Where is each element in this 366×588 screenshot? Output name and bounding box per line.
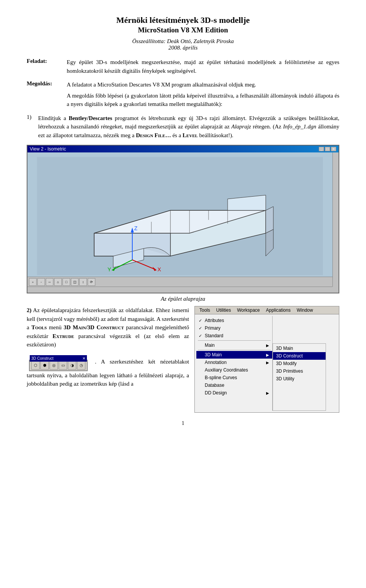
menu-applications[interactable]: Applications (263, 307, 294, 313)
view-title: View 2 - Isometric (30, 146, 66, 152)
menu-item-dd-design-label: DD Design (205, 390, 227, 396)
title-main: Mérnöki létesítmények 3D-s modellje (27, 15, 339, 25)
svg-text:Y: Y (108, 266, 111, 272)
separator-1 (198, 340, 271, 341)
menu-item-bspline-label: B-spline Curves (205, 375, 237, 380)
menu-item-dd-design[interactable]: DD Design ▶ (196, 389, 272, 397)
menu-item-annotation-label: Annotation (205, 360, 226, 365)
toolbar-extrude-btn[interactable]: ⬡ (31, 361, 40, 370)
toolbar-btn-5[interactable]: □ (63, 278, 70, 286)
view-titlebar: View 2 - Isometric _ □ × (27, 146, 339, 152)
view-titlebar-buttons: _ □ × (319, 147, 336, 151)
menu-item-primary[interactable]: ✓ Primary (196, 324, 272, 332)
megoldas-row: Megoldás: A feladatot a MicroStation Des… (27, 80, 339, 111)
menu-item-primary-label: Primary (205, 325, 220, 331)
submenu-item-3dmain-label: 3D Main (276, 346, 293, 351)
caption: Az épület alaprajza (27, 296, 339, 302)
toolbar-btn-4[interactable]: ▭ (59, 361, 67, 370)
arrow-annotation: ▶ (266, 360, 269, 365)
view-window: View 2 - Isometric _ □ × (27, 145, 339, 293)
menu-item-bspline[interactable]: B-spline Curves (196, 374, 272, 381)
toolbar-btn-2[interactable]: ⬢ (40, 361, 49, 370)
menu-item-main[interactable]: Main ▶ (196, 341, 272, 349)
menu-item-aux-coords-label: Auxiliary Coordinates (205, 367, 248, 373)
view-toolbar: + - ↔ ⌂ □ ◫ ↕ ⟳ (27, 277, 332, 287)
screenshot: Tools Utilities Workspace Applications W… (194, 306, 339, 413)
toolbar-btn-1[interactable]: + (29, 278, 37, 286)
svg-text:X: X (157, 266, 161, 272)
item1-italic: Alaprajz (231, 123, 251, 130)
toolbar-btn-7[interactable]: ↕ (79, 278, 87, 286)
title-sub: MicroStation V8 XM Edition (27, 26, 339, 34)
menus-container: ✓ Attributes ✓ Primary ✓ Standard (195, 314, 327, 412)
toolbar-btn-6[interactable]: ◫ (71, 278, 79, 286)
title-block: Mérnöki létesítmények 3D-s modellje Micr… (27, 15, 339, 51)
toolbar-btn-4[interactable]: ⌂ (54, 278, 62, 286)
scrollbar-corner (332, 287, 339, 293)
submenu-item-3dmodify-label: 3D Modify (276, 361, 297, 366)
menu-item-database-label: Database (205, 383, 224, 388)
item1-level: Level (183, 132, 198, 138)
building-svg: Z Y X (37, 157, 323, 275)
toolbar-btn-3[interactable]: ◎ (50, 361, 58, 370)
page: Mérnöki létesítmények 3D-s modellje Micr… (0, 0, 366, 588)
arrow-main: ▶ (266, 343, 269, 348)
item1-num: 1) (27, 114, 36, 140)
menu-item-annotation[interactable]: Annotation ▶ (196, 359, 272, 366)
submenu-item-3dutility[interactable]: 3D Utility (273, 375, 326, 383)
mini-toolbar: 3D Construct ✕ ⬡ ⬢ ◎ ▭ ◑ ◷ (29, 360, 88, 371)
menu-item-3dmain-label: 3D Main (205, 352, 222, 357)
menu-tools[interactable]: Tools (196, 307, 213, 313)
menu-panel: ✓ Attributes ✓ Primary ✓ Standard (196, 316, 273, 411)
item1-file: Info_ép_1.dgn (283, 123, 316, 130)
menu-utilities[interactable]: Utilities (213, 307, 234, 313)
menu-item-standard[interactable]: ✓ Standard (196, 332, 272, 340)
toolbar-btn-5[interactable]: ◑ (68, 361, 76, 370)
svg-text:Z: Z (134, 225, 138, 231)
item1-design: Design File… (136, 132, 171, 138)
menu-item-database[interactable]: Database (196, 381, 272, 389)
menu-window[interactable]: Window (294, 307, 316, 313)
checkmark-standard: ✓ (199, 333, 202, 338)
maximize-button[interactable]: □ (325, 147, 330, 151)
item1-text: Elindítjuk a Bentley/Descartes programot… (38, 114, 339, 140)
screenshot-menubar: Tools Utilities Workspace Applications W… (195, 306, 339, 314)
scrollbar-right[interactable] (332, 152, 339, 287)
title-date: 2008. április (27, 45, 339, 51)
mini-toolbar-title: 3D Construct ✕ (30, 355, 87, 362)
feladat-text: Egy épület 3D-s modelljének megszerkeszt… (67, 58, 339, 77)
menu-item-standard-label: Standard (205, 333, 223, 338)
arrow-3dmain: ▶ (266, 353, 269, 357)
submenu-item-3dmain[interactable]: 3D Main (273, 344, 326, 352)
submenu-item-3dconstruct-label: 3D Construct (276, 353, 303, 359)
item2-para1: 2) Az épületalaprajzára felszerkesztjük … (27, 306, 189, 349)
separator-2 (198, 350, 271, 350)
item1-bold: Bentley/Descartes (69, 115, 112, 121)
menu-item-attributes[interactable]: ✓ Attributes (196, 317, 272, 324)
view-body: Z Y X + - ↔ ⌂ □ (27, 152, 339, 293)
megoldas-text: A feladatot a MicroStation Descartes V8 … (67, 80, 339, 111)
toolbar-btn-6[interactable]: ◷ (77, 361, 85, 370)
checkmark-attributes: ✓ (199, 318, 202, 323)
menu-item-aux-coords[interactable]: Auxiliary Coordinates (196, 366, 272, 374)
checkmark-primary: ✓ (199, 326, 202, 331)
menu-workspace[interactable]: Workspace (234, 307, 263, 313)
submenu-item-3dutility-label: 3D Utility (276, 376, 294, 381)
toolbar-btn-2[interactable]: - (37, 278, 45, 286)
submenu-item-3dconstruct[interactable]: 3D Construct (273, 352, 326, 360)
screenshot-menu-body: ✓ Attributes ✓ Primary ✓ Standard (195, 314, 339, 412)
menu-item-3dmain[interactable]: 3D Main ▶ (196, 351, 272, 359)
feladat-label: Feladat: (27, 58, 63, 77)
feladat-row: Feladat: Egy épület 3D-s modelljének meg… (27, 58, 339, 77)
submenu-item-3dmodify[interactable]: 3D Modify (273, 360, 326, 367)
title-author: Összeállította: Deák Ottó, Zaletnyik Pir… (27, 38, 339, 45)
scrollbar-bottom[interactable] (27, 287, 332, 293)
submenu-item-3dprimitives[interactable]: 3D Primitives (273, 367, 326, 375)
close-button[interactable]: × (331, 147, 336, 151)
toolbar-btn-3[interactable]: ↔ (46, 278, 53, 286)
minimize-button[interactable]: _ (319, 147, 324, 151)
mini-toolbar-close[interactable]: ✕ (82, 356, 85, 361)
submenu-item-3dprimitives-label: 3D Primitives (276, 369, 303, 374)
toolbar-btn-8[interactable]: ⟳ (88, 278, 95, 286)
tools-label: Tools (31, 324, 47, 330)
